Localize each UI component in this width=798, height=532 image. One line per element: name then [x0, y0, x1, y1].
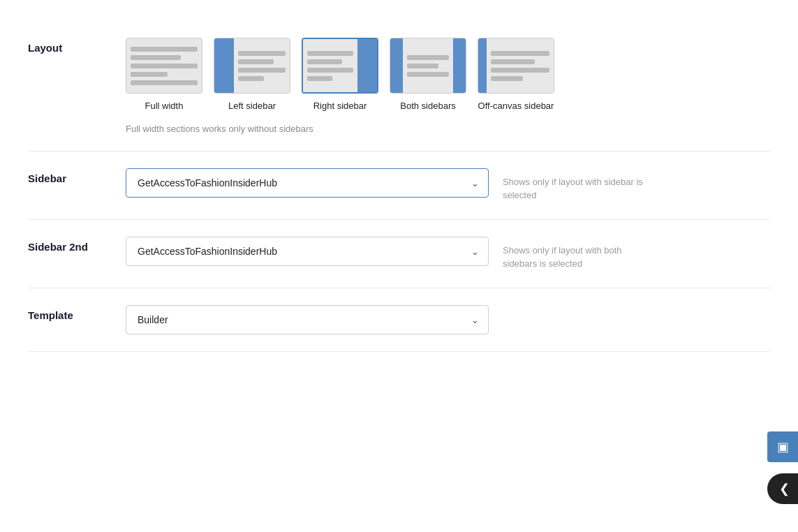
thumb-line — [491, 59, 535, 64]
template-dropdown-wrapper: Builder ⌄ — [126, 305, 489, 334]
sidebar-col — [357, 39, 377, 92]
chevron-left-icon: ❮ — [779, 481, 790, 496]
sidebar-select[interactable]: GetAccessToFashionInsiderHub — [126, 168, 489, 198]
layout-content: Full width Left sidebar — [126, 38, 770, 134]
thumb-line — [131, 80, 198, 85]
layout-option-label-right-sidebar: Right sidebar — [313, 101, 367, 112]
sidebar-content: GetAccessToFashionInsiderHub ⌄ Shows onl… — [126, 168, 770, 202]
layout-thumb-both-sidebars — [390, 38, 466, 94]
thumb-line — [307, 51, 353, 56]
thumb-line — [307, 59, 342, 64]
template-select[interactable]: Builder — [126, 305, 489, 334]
template-dropdown-container: Builder ⌄ — [126, 305, 489, 334]
template-section: Template Builder ⌄ — [28, 288, 770, 352]
thumb-line — [491, 68, 549, 73]
template-row-content: Builder ⌄ — [126, 305, 770, 334]
thumb-line — [238, 51, 286, 56]
sidebar2nd-content: GetAccessToFashionInsiderHub ⌄ Shows onl… — [126, 237, 770, 271]
layout-option-right-sidebar[interactable]: Right sidebar — [302, 38, 378, 112]
thumb-line — [131, 47, 198, 52]
layout-options: Full width Left sidebar — [126, 38, 770, 112]
sidebar-section: Sidebar GetAccessToFashionInsiderHub ⌄ S… — [28, 152, 770, 220]
sidebar-label: Sidebar — [28, 168, 126, 184]
layout-option-off-canvas[interactable]: Off-canvas sidebar — [478, 38, 554, 112]
thumb-line — [407, 64, 438, 68]
layout-option-label-off-canvas: Off-canvas sidebar — [478, 101, 554, 112]
layout-thumb-full-width — [126, 38, 202, 94]
sidebar2nd-dropdown-container: GetAccessToFashionInsiderHub ⌄ — [126, 237, 489, 266]
layout-label: Layout — [28, 38, 126, 54]
thumb-line — [307, 68, 353, 73]
sidebar-col-partial — [478, 38, 487, 93]
sidebar-row-content: GetAccessToFashionInsiderHub ⌄ Shows onl… — [126, 168, 770, 202]
layout-option-left-sidebar[interactable]: Left sidebar — [214, 38, 290, 112]
layout-note: Full width sections works only without s… — [126, 124, 770, 134]
dropbox-icon: ▣ — [777, 439, 789, 455]
thumb-line — [131, 64, 198, 68]
sidebar-col — [214, 38, 234, 93]
layout-option-label-left-sidebar: Left sidebar — [228, 101, 276, 112]
page-container: Layout Full width — [0, 0, 798, 532]
layout-option-label-both-sidebars: Both sidebars — [400, 101, 456, 112]
layout-option-both-sidebars[interactable]: Both sidebars — [390, 38, 466, 112]
sidebar2nd-section: Sidebar 2nd GetAccessToFashionInsiderHub… — [28, 220, 770, 288]
thumb-line — [238, 68, 286, 73]
main-col — [403, 38, 453, 93]
sidebar-dropdown-wrapper: GetAccessToFashionInsiderHub ⌄ — [126, 168, 489, 198]
template-content: Builder ⌄ — [126, 305, 770, 334]
thumb-line — [491, 76, 523, 81]
thumb-line — [407, 55, 449, 60]
collapse-button[interactable]: ❮ — [767, 473, 798, 504]
sidebar-note: Shows only if layout with sidebar is sel… — [503, 168, 656, 202]
main-col — [487, 38, 554, 93]
thumb-line — [307, 76, 332, 81]
thumb-line — [131, 55, 181, 60]
layout-thumb-left-sidebar — [214, 38, 290, 94]
main-col — [303, 39, 357, 92]
thumb-line — [407, 72, 449, 77]
thumb-line — [238, 76, 264, 81]
thumb-line — [491, 51, 549, 56]
layout-thumb-right-sidebar — [302, 38, 378, 94]
layout-option-label-full-width: Full width — [145, 101, 184, 112]
sidebar-dropdown-container: GetAccessToFashionInsiderHub ⌄ — [126, 168, 489, 198]
sidebar2nd-select[interactable]: GetAccessToFashionInsiderHub — [126, 237, 489, 266]
thumb-line — [238, 59, 274, 64]
main-col — [234, 38, 290, 93]
dropbox-button[interactable]: ▣ — [767, 431, 798, 462]
layout-section: Layout Full width — [28, 21, 770, 152]
template-label: Template — [28, 305, 126, 321]
thumb-line — [131, 72, 168, 77]
sidebar2nd-dropdown-wrapper: GetAccessToFashionInsiderHub ⌄ — [126, 237, 489, 266]
layout-option-full-width[interactable]: Full width — [126, 38, 202, 112]
sidebar-col-right — [453, 38, 466, 93]
sidebar-col-left — [390, 38, 403, 93]
layout-thumb-off-canvas — [478, 38, 554, 94]
sidebar2nd-label: Sidebar 2nd — [28, 237, 126, 253]
sidebar2nd-row-content: GetAccessToFashionInsiderHub ⌄ Shows onl… — [126, 237, 770, 271]
sidebar2nd-note: Shows only if layout with both sidebars … — [503, 237, 656, 271]
